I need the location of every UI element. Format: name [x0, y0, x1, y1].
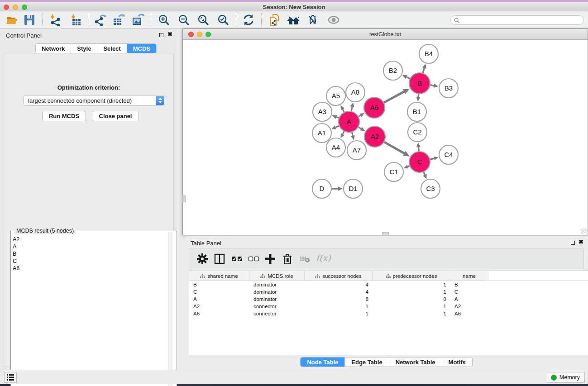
table-row[interactable]: Bdominator41B — [189, 281, 588, 288]
table-cell[interactable]: dominator — [249, 295, 305, 303]
column-header-MCDS-role[interactable]: MCDS role — [249, 271, 305, 281]
table-cell[interactable]: C — [189, 288, 249, 295]
network-canvas[interactable]: B4B2BB3A8A5A6A3B1AC2A1A2A4A7C4CC1DD1C3 — [183, 40, 588, 235]
window-resize-grip[interactable] — [581, 229, 587, 234]
task-history-button[interactable] — [4, 372, 17, 383]
edge-B-B4[interactable] — [423, 68, 424, 73]
column-header-successor-nodes[interactable]: successor nodes — [305, 271, 373, 281]
zoom-in-icon[interactable] — [158, 14, 170, 26]
tab-edge-table[interactable]: Edge Table — [345, 357, 389, 367]
tab-mcds[interactable]: MCDS — [127, 44, 156, 53]
column-header-name[interactable]: name — [450, 271, 488, 281]
column-header-predecessor-nodes[interactable]: predecessor nodes — [373, 271, 450, 281]
table-cell[interactable]: A2 — [450, 303, 488, 310]
run-mcds-button[interactable]: Run MCDS — [42, 111, 86, 121]
tab-select[interactable]: Select — [97, 44, 127, 53]
hide-annotations-icon[interactable] — [306, 14, 319, 26]
network-graph[interactable]: B4B2BB3A8A5A6A3B1AC2A1A2A4A7C4CC1DD1C3 — [183, 40, 588, 235]
table-cell[interactable]: A2 — [189, 303, 249, 310]
open-file-icon[interactable] — [5, 14, 18, 26]
table-cell[interactable]: 0 — [373, 295, 450, 303]
edge-A6-B[interactable] — [384, 92, 404, 103]
result-scrollbar[interactable] — [168, 232, 173, 386]
edge-C-C3[interactable] — [424, 172, 425, 175]
mcds-result-item[interactable]: A — [13, 243, 19, 250]
table-cell[interactable]: 4 — [305, 281, 373, 288]
bottom-splitter-handle[interactable] — [382, 232, 389, 235]
left-splitter-handle[interactable] — [182, 195, 186, 202]
table-cell[interactable]: A — [189, 295, 249, 303]
table-cell[interactable]: dominator — [249, 288, 305, 295]
table-cell[interactable]: 1 — [373, 288, 450, 295]
table-cell[interactable]: 1 — [373, 281, 450, 288]
edge-B-B1[interactable] — [418, 94, 419, 97]
zoom-fit-icon[interactable] — [197, 14, 210, 26]
edge-A-A3[interactable] — [336, 117, 339, 118]
float-panel-icon[interactable] — [159, 33, 163, 37]
network-window-titlebar[interactable]: testGlobe.txt — [183, 29, 588, 40]
memory-button[interactable]: Memory — [547, 372, 585, 383]
table-cell[interactable]: 8 — [305, 295, 373, 303]
column-header-shared-name[interactable]: shared name — [189, 271, 249, 281]
edge-A-A5[interactable] — [343, 109, 344, 112]
table-row[interactable]: A2connector11A2 — [189, 303, 588, 310]
edge-C-C1[interactable] — [408, 166, 410, 167]
tab-motifs[interactable]: Motifs — [442, 357, 472, 367]
table-cell[interactable]: dominator — [249, 281, 305, 288]
table-cell[interactable]: 1 — [373, 310, 450, 317]
edge-A-A6[interactable] — [359, 115, 360, 116]
tab-network[interactable]: Network — [36, 44, 71, 53]
delete-column-icon[interactable] — [282, 253, 293, 265]
mcds-result-item[interactable]: A6 — [13, 265, 19, 272]
add-column-icon[interactable] — [264, 253, 276, 265]
table-cell[interactable]: 1 — [305, 310, 373, 317]
edge-B-B3[interactable] — [430, 85, 434, 86]
edge-B-B2[interactable] — [406, 77, 410, 79]
zoom-out-icon[interactable] — [177, 14, 190, 26]
table-cell[interactable]: B — [450, 281, 488, 288]
table-cell[interactable]: connector — [249, 310, 305, 317]
import-network-icon[interactable] — [49, 14, 62, 26]
refresh-view-icon[interactable] — [242, 14, 255, 26]
close-panel-button[interactable]: Close panel — [92, 111, 139, 121]
table-cell[interactable]: A6 — [189, 310, 249, 317]
table-cell[interactable]: A — [450, 295, 488, 303]
table-cell[interactable]: C — [450, 288, 488, 295]
table-row[interactable]: Cdominator41C — [189, 288, 588, 295]
mcds-result-list[interactable]: A2ABCA6 — [13, 236, 19, 272]
import-table-icon[interactable] — [70, 14, 82, 26]
tab-style[interactable]: Style — [71, 44, 97, 53]
export-image-icon[interactable] — [132, 14, 144, 26]
table-cell[interactable]: 4 — [305, 288, 373, 295]
table-cell[interactable]: connector — [249, 303, 305, 310]
table-cell[interactable]: 1 — [373, 303, 450, 310]
tab-node-table[interactable]: Node Table — [301, 357, 345, 367]
mcds-result-item[interactable]: C — [13, 257, 19, 265]
table-settings-icon[interactable] — [196, 253, 208, 265]
table-cell[interactable]: B — [189, 281, 249, 288]
criterion-dropdown[interactable]: largest connected component (directed) — [24, 95, 165, 106]
edge-C-C4[interactable] — [430, 158, 434, 159]
select-all-checkboxes-icon[interactable] — [231, 253, 243, 265]
mcds-result-item[interactable]: B — [13, 250, 19, 257]
edge-C-C2[interactable] — [418, 147, 419, 151]
edge-A-A2[interactable] — [359, 127, 361, 129]
export-network-icon[interactable] — [94, 14, 106, 26]
export-table-icon[interactable] — [112, 14, 125, 26]
close-table-panel-icon[interactable]: ✖ — [578, 238, 583, 245]
zoom-selected-icon[interactable] — [217, 14, 229, 26]
edge-A-A1[interactable] — [335, 126, 339, 127]
table-row[interactable]: A6connector11A6 — [189, 310, 588, 317]
deselect-all-checkboxes-icon[interactable] — [248, 253, 260, 265]
table-row[interactable]: Adominator80A — [189, 295, 588, 303]
node-table[interactable]: shared nameMCDS rolesuccessor nodesprede… — [189, 271, 588, 355]
edge-A-A8[interactable] — [351, 107, 352, 111]
float-table-panel-icon[interactable] — [571, 241, 575, 245]
show-columns-icon[interactable] — [214, 253, 225, 265]
tab-network-table[interactable]: Network Table — [389, 357, 442, 367]
table-cell[interactable]: 1 — [305, 303, 373, 310]
close-panel-icon[interactable]: ✖ — [167, 31, 172, 38]
home-icon[interactable] — [287, 14, 300, 26]
search-input[interactable] — [450, 15, 584, 25]
save-session-icon[interactable] — [23, 14, 36, 26]
